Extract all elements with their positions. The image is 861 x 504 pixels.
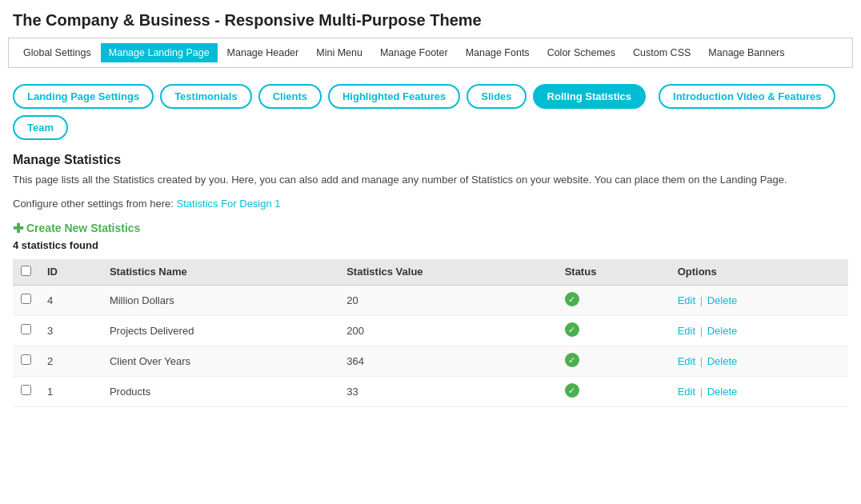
select-all-checkbox[interactable] [21, 266, 31, 276]
delete-link[interactable]: Delete [707, 294, 738, 306]
table-row: 4 Million Dollars 20 Edit | Delete [13, 285, 848, 315]
options-separator: | [697, 355, 706, 367]
row-checkbox-cell [13, 285, 39, 315]
row-id: 4 [39, 285, 102, 315]
tab-global-settings[interactable]: Global Settings [15, 43, 99, 62]
row-checkbox[interactable] [21, 385, 31, 395]
status-active-icon [565, 353, 579, 367]
row-id: 3 [39, 315, 102, 346]
options-separator: | [697, 325, 706, 337]
create-new-statistics[interactable]: ✚ Create New Statistics [13, 221, 848, 236]
btn-clients[interactable]: Clients [258, 84, 322, 109]
edit-link[interactable]: Edit [678, 294, 695, 306]
tab-mini-menu[interactable]: Mini Menu [308, 43, 370, 62]
create-new-label: Create New Statistics [26, 222, 140, 234]
row-checkbox-cell [13, 376, 39, 406]
tab-manage-header[interactable]: Manage Header [219, 43, 307, 62]
edit-link[interactable]: Edit [678, 355, 695, 367]
page-title: The Company & Business - Responsive Mult… [0, 0, 861, 38]
col-checkbox [13, 259, 39, 286]
row-value: 200 [338, 315, 556, 346]
row-options: Edit | Delete [670, 346, 848, 376]
content-area: Manage Statistics This page lists all th… [0, 148, 861, 420]
options-separator: | [697, 294, 706, 306]
row-value: 364 [338, 346, 556, 376]
row-name: Client Over Years [102, 346, 338, 376]
status-active-icon [565, 383, 579, 398]
statistics-table: ID Statistics Name Statistics Value Stat… [13, 259, 848, 407]
section-title: Manage Statistics [13, 153, 848, 167]
row-value: 33 [338, 376, 556, 406]
btn-introduction-video-features[interactable]: Introduction Video & Features [659, 84, 835, 109]
tab-manage-banners[interactable]: Manage Banners [700, 43, 792, 62]
col-options: Options [670, 259, 848, 286]
status-active-icon [565, 322, 579, 337]
row-options: Edit | Delete [670, 376, 848, 406]
table-header-row: ID Statistics Name Statistics Value Stat… [13, 259, 848, 286]
btn-slides[interactable]: Slides [467, 84, 526, 109]
row-checkbox-cell [13, 315, 39, 346]
edit-link[interactable]: Edit [678, 325, 695, 337]
row-checkbox[interactable] [21, 354, 31, 365]
config-link-prefix: Configure other settings from here: [13, 198, 174, 210]
table-row: 2 Client Over Years 364 Edit | Delete [13, 346, 848, 376]
row-checkbox-cell [13, 346, 39, 376]
tab-color-schemes[interactable]: Color Schemes [539, 43, 623, 62]
btn-landing-page-settings[interactable]: Landing Page Settings [13, 84, 154, 109]
tab-custom-css[interactable]: Custom CSS [625, 43, 699, 62]
col-name: Statistics Name [102, 259, 338, 286]
delete-link[interactable]: Delete [707, 355, 738, 367]
table-row: 1 Products 33 Edit | Delete [13, 376, 848, 406]
section-desc: This page lists all the Statistics creat… [13, 172, 848, 188]
row-name: Million Dollars [102, 285, 338, 315]
config-link[interactable]: Statistics For Design 1 [177, 198, 281, 210]
btn-team[interactable]: Team [13, 115, 68, 140]
col-status: Status [557, 259, 670, 286]
tab-manage-footer[interactable]: Manage Footer [372, 43, 456, 62]
tab-manage-landing-page[interactable]: Manage Landing Page [101, 43, 218, 62]
row-id: 2 [39, 346, 102, 376]
row-status [557, 346, 670, 376]
btn-highlighted-features[interactable]: Highlighted Features [328, 84, 460, 109]
config-link-line: Configure other settings from here: Stat… [13, 198, 848, 210]
row-checkbox[interactable] [21, 324, 31, 334]
status-active-icon [565, 292, 579, 306]
col-id: ID [39, 259, 102, 286]
row-name: Projects Delivered [102, 315, 338, 346]
row-options: Edit | Delete [670, 315, 848, 346]
tab-manage-fonts[interactable]: Manage Fonts [458, 43, 538, 62]
row-id: 1 [39, 376, 102, 406]
plus-icon: ✚ [13, 221, 23, 236]
row-name: Products [102, 376, 338, 406]
row-options: Edit | Delete [670, 285, 848, 315]
nav-tabs-bar: Global Settings Manage Landing Page Mana… [8, 38, 853, 68]
row-status [557, 376, 670, 406]
row-checkbox[interactable] [21, 294, 31, 304]
delete-link[interactable]: Delete [707, 386, 738, 398]
options-separator: | [697, 386, 706, 398]
row-value: 20 [338, 285, 556, 315]
edit-link[interactable]: Edit [678, 386, 695, 398]
delete-link[interactable]: Delete [707, 325, 738, 337]
found-count: 4 statistics found [13, 239, 848, 251]
col-value: Statistics Value [338, 259, 556, 286]
btn-testimonials[interactable]: Testimonials [160, 84, 252, 109]
pill-button-group: Landing Page Settings Testimonials Clien… [0, 76, 861, 148]
btn-rolling-statistics[interactable]: Rolling Statistics [533, 84, 646, 109]
table-row: 3 Projects Delivered 200 Edit | Delete [13, 315, 848, 346]
row-status [557, 285, 670, 315]
row-status [557, 315, 670, 346]
